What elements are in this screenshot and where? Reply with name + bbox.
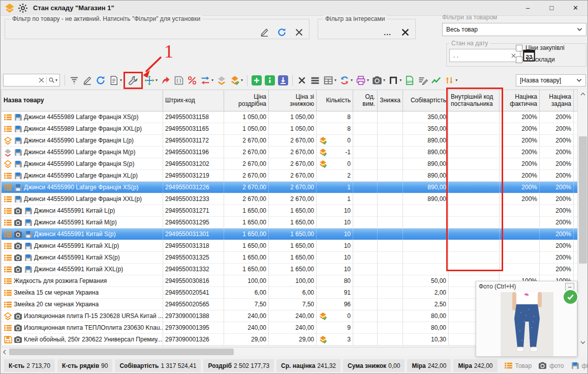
column-header-name[interactable]: Назва товару bbox=[2, 90, 163, 111]
edit-list-button[interactable] bbox=[416, 73, 429, 88]
pi-button[interactable]: ▾ bbox=[387, 73, 403, 88]
column-header-qty[interactable]: Кількість bbox=[317, 90, 353, 111]
dropdown-arrow-icon[interactable]: ▾ bbox=[156, 78, 158, 82]
minimize-button[interactable]: – bbox=[516, 1, 540, 15]
status-item: Міра242,00 bbox=[407, 359, 451, 372]
column-header-barcode[interactable]: Штрих-код bbox=[163, 90, 224, 111]
table-row[interactable]: Джинси 44555990 Lafarge Франція S(р)2949… bbox=[2, 158, 577, 170]
checkbox-box bbox=[516, 56, 522, 63]
scroll-left-arrow[interactable] bbox=[1, 348, 9, 356]
table-row[interactable]: Джинси 44555990 Lafarge Франція XL(р)294… bbox=[2, 170, 577, 182]
transfer-arrows-button[interactable]: ▾ bbox=[199, 73, 215, 88]
filter-button[interactable] bbox=[68, 73, 81, 88]
date-input[interactable]: . . bbox=[449, 49, 520, 62]
maximize-button[interactable]: □ bbox=[540, 1, 564, 15]
column-header-cost[interactable]: Собівартість bbox=[403, 90, 449, 111]
table-row[interactable]: Джинси 44555990 Lafarge Франція M(р)2949… bbox=[2, 147, 577, 158]
cell-markup_set: 200% bbox=[540, 252, 574, 263]
dropdown-arrow-icon[interactable]: ▾ bbox=[383, 78, 385, 82]
column-header-retail[interactable]: Ціна роздрібна bbox=[224, 90, 269, 111]
scroll-up-arrow[interactable] bbox=[578, 90, 588, 99]
dropdown-arrow-icon[interactable]: ▾ bbox=[399, 78, 401, 82]
edit-filter-icon[interactable] bbox=[260, 27, 269, 37]
percent-button[interactable] bbox=[185, 73, 199, 88]
opt-doc-button[interactable]: ОПТ bbox=[403, 73, 416, 88]
cell-qty: -1 bbox=[317, 147, 353, 158]
column-header-discount[interactable]: Знижка bbox=[378, 90, 403, 111]
info-button[interactable] bbox=[263, 73, 276, 88]
table-row[interactable]: Джинси 44555990 Lafarge Франція XS(р)294… bbox=[2, 182, 577, 193]
download-button[interactable] bbox=[276, 73, 290, 88]
save-braces-button[interactable] bbox=[172, 73, 185, 88]
column-select[interactable]: [Назва товару] bbox=[516, 74, 586, 87]
column-header-markup_set[interactable]: Націнка задана bbox=[540, 90, 574, 111]
search-clear-icon[interactable] bbox=[38, 77, 45, 83]
sync-button[interactable]: ▾ bbox=[338, 73, 354, 88]
table-row[interactable]: Джинси 44555991 Китай XL(р)2949550031318… bbox=[2, 240, 577, 252]
refresh-button[interactable] bbox=[94, 73, 107, 88]
printer-button[interactable]: ▾ bbox=[354, 73, 370, 88]
table-row[interactable]: Джинси 44555991 Китай L(р)29495500312711… bbox=[2, 205, 577, 217]
quantity-value: 0 bbox=[347, 312, 351, 320]
cell-barcode: 2949550031165 bbox=[163, 123, 224, 134]
layers-gray-button[interactable] bbox=[215, 73, 228, 88]
cell-unit bbox=[353, 193, 378, 205]
dropdown-arrow-icon[interactable]: ▾ bbox=[241, 78, 243, 82]
clipboard-button[interactable]: ▾ bbox=[107, 73, 123, 88]
fiscal-icon bbox=[571, 361, 579, 370]
refresh-filter-icon[interactable] bbox=[277, 27, 287, 37]
interest-more-button[interactable]: ... bbox=[384, 28, 391, 37]
fiscal-icon bbox=[14, 195, 22, 204]
product-filters-select[interactable]: Весь товар bbox=[442, 23, 586, 36]
dropdown-arrow-icon[interactable]: ▾ bbox=[334, 78, 336, 82]
table-row[interactable]: Джинси 44555990 Lafarge Франція L(р)2949… bbox=[2, 135, 577, 147]
layers-check-button[interactable]: ▾ bbox=[228, 73, 244, 88]
column-header-internal[interactable]: Внутрішній код постачальника bbox=[449, 90, 500, 111]
column-header-unit[interactable]: Од. вим. bbox=[353, 90, 378, 111]
cell-cost: 350,00 bbox=[403, 111, 449, 123]
vertical-scrollbar-thumb[interactable] bbox=[579, 136, 587, 264]
column-header-disc[interactable]: Ціна зі знижкою bbox=[269, 90, 317, 111]
wrench-button[interactable] bbox=[123, 72, 143, 89]
dropdown-arrow-icon[interactable]: ▾ bbox=[367, 78, 369, 82]
table-row[interactable]: Джинси 44555989 Lafarge Франція XXL(р)29… bbox=[2, 123, 577, 135]
sort-arrows-button[interactable]: ▾ bbox=[443, 73, 459, 88]
column-header-markup_actual[interactable]: Націнка фактична bbox=[500, 90, 540, 111]
table-row[interactable]: Джинси 44555991 Китай S(р)29495500313011… bbox=[2, 228, 577, 240]
dropdown-arrow-icon[interactable]: ▾ bbox=[455, 78, 457, 82]
transfer-arrows-icon bbox=[200, 75, 210, 85]
cell-internal bbox=[449, 147, 500, 158]
vertical-scrollbar[interactable] bbox=[577, 90, 588, 356]
dropdown-arrow-icon[interactable]: ▾ bbox=[120, 78, 122, 82]
table-button[interactable]: ▾ bbox=[322, 73, 338, 88]
checkbox-all-warehouses[interactable]: Усі склади bbox=[516, 56, 555, 63]
table-row[interactable]: Джинси 44555990 Lafarge Франція XXL(р)29… bbox=[2, 193, 577, 205]
arrow-up-red-button[interactable] bbox=[159, 73, 172, 88]
clear-filter-icon[interactable] bbox=[294, 27, 304, 37]
dropdown-arrow-icon[interactable]: ▾ bbox=[351, 78, 353, 82]
checkbox-purchase-prices[interactable]: Ціни закупівлі bbox=[516, 44, 565, 51]
interest-clear-icon[interactable] bbox=[400, 27, 410, 37]
close-button[interactable]: ✕ bbox=[564, 1, 587, 15]
search-input[interactable]: ▾ bbox=[3, 74, 60, 87]
camera-dark-button[interactable]: ▾ bbox=[370, 73, 387, 88]
dropdown-arrow-icon[interactable]: ▾ bbox=[211, 78, 213, 82]
move-button[interactable]: ▾ bbox=[143, 73, 159, 88]
search-options-dropdown[interactable]: ▾ bbox=[55, 78, 57, 82]
add-button[interactable] bbox=[250, 73, 263, 88]
rows-button[interactable] bbox=[308, 73, 322, 88]
chart-button[interactable] bbox=[429, 73, 443, 88]
table-row[interactable]: Джинси 44555991 Китай M(р)29495500312951… bbox=[2, 217, 577, 228]
table-row[interactable]: Джинси 44555989 Lafarge Франція XS(р)294… bbox=[2, 111, 577, 123]
scroll-down-arrow[interactable] bbox=[578, 338, 588, 347]
horizontal-scrollbar-thumb[interactable] bbox=[9, 349, 234, 355]
cell-cost: 10,30 bbox=[403, 334, 449, 345]
cell-discount bbox=[378, 111, 403, 123]
edit-pencil-button[interactable] bbox=[81, 73, 94, 88]
cell-unit bbox=[353, 275, 378, 286]
cell-markup_actual: 200% bbox=[500, 111, 540, 123]
search-icon[interactable] bbox=[48, 77, 55, 83]
table-row[interactable]: Джинси 44555991 Китай XS(р)2949550031325… bbox=[2, 252, 577, 264]
close-x-button[interactable] bbox=[295, 73, 308, 88]
table-row[interactable]: Джинси 44555991 Китай XXL(р)294955003133… bbox=[2, 264, 577, 275]
